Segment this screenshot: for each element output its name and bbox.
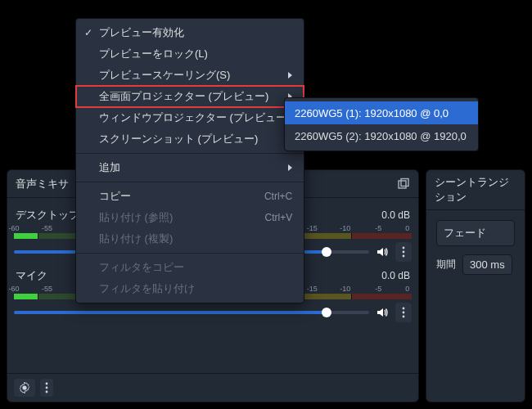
- menu-item-shortcut: Ctrl+C: [264, 191, 292, 202]
- svg-point-3: [403, 251, 405, 254]
- menu-item-label: 全画面プロジェクター (プレビュー): [99, 89, 268, 104]
- speaker-icon[interactable]: [376, 306, 389, 319]
- mixer-settings-button[interactable]: [14, 379, 35, 397]
- svg-point-8: [46, 383, 48, 385]
- audio-source-name: マイク: [16, 268, 47, 283]
- menu-item: 貼り付け (複製): [76, 228, 304, 249]
- menu-item-label: コピー: [99, 189, 245, 204]
- menu-item-label: フィルタを貼り付け: [99, 281, 292, 296]
- menu-item[interactable]: 追加: [76, 157, 304, 178]
- menu-item[interactable]: プレビュー有効化: [76, 22, 304, 43]
- fullscreen-projector-submenu: 2260WG5 (1): 1920x1080 @ 0,02260WG5 (2):…: [284, 97, 479, 151]
- scene-transitions-panel: シーントランジション フェード 期間 300 ms: [426, 169, 525, 402]
- menu-item-label: ウィンドウプロジェクター (プレビュー): [99, 110, 292, 125]
- menu-item: フィルタを貼り付け: [76, 278, 304, 299]
- menu-item-label: プレビュー有効化: [99, 25, 292, 40]
- menu-item-shortcut: Ctrl+V: [265, 212, 293, 223]
- menu-item[interactable]: 全画面プロジェクター (プレビュー): [76, 86, 304, 107]
- transition-selected-value: フェード: [444, 227, 486, 239]
- menu-item[interactable]: スクリーンショット (プレビュー): [76, 128, 304, 150]
- submenu-item-label: 2260WG5 (1): 1920x1080 @ 0,0: [295, 107, 467, 119]
- speaker-icon[interactable]: [376, 245, 389, 258]
- submenu-item[interactable]: 2260WG5 (1): 1920x1080 @ 0,0: [285, 101, 478, 124]
- menu-item: フィルタをコピー: [76, 257, 304, 278]
- volume-slider[interactable]: [14, 311, 369, 314]
- submenu-item[interactable]: 2260WG5 (2): 1920x1080 @ 1920,0: [285, 124, 478, 147]
- scene-transitions-title: シーントランジション: [435, 175, 516, 204]
- svg-point-6: [403, 312, 405, 314]
- menu-item[interactable]: コピーCtrl+C: [76, 186, 304, 207]
- menu-item-label: 貼り付け (参照): [99, 210, 246, 225]
- scene-transitions-header: シーントランジション: [426, 170, 525, 210]
- menu-separator: [76, 253, 304, 254]
- kebab-icon: [45, 382, 48, 393]
- menu-item[interactable]: プレビューをロック(L): [76, 43, 304, 65]
- transition-select[interactable]: フェード: [436, 220, 515, 246]
- menu-item-label: フィルタをコピー: [99, 260, 292, 275]
- svg-rect-0: [399, 181, 406, 188]
- menu-separator: [76, 153, 304, 154]
- menu-item-label: スクリーンショット (プレビュー): [99, 132, 292, 146]
- svg-point-10: [46, 391, 48, 393]
- svg-point-7: [403, 316, 405, 318]
- audio-source-db: 0.0 dB: [361, 270, 410, 281]
- gear-icon: [19, 382, 30, 393]
- audio-options-button[interactable]: [395, 303, 412, 322]
- chevron-right-icon: [288, 164, 292, 171]
- menu-item-label: 追加: [99, 160, 268, 175]
- submenu-item-label: 2260WG5 (2): 1920x1080 @ 1920,0: [295, 130, 467, 142]
- menu-item[interactable]: プレビュースケーリング(S): [76, 65, 304, 86]
- svg-rect-1: [401, 178, 408, 186]
- svg-point-9: [46, 387, 48, 389]
- mixer-more-button[interactable]: [40, 379, 53, 397]
- audio-source-db: 0.0 dB: [361, 209, 410, 221]
- audio-mixer-title: 音声ミキサ: [16, 177, 69, 191]
- audio-options-button[interactable]: [395, 242, 412, 262]
- popout-icon[interactable]: [397, 178, 410, 191]
- menu-item-label: プレビュースケーリング(S): [99, 68, 268, 83]
- preview-context-menu: プレビュー有効化プレビューをロック(L)プレビュースケーリング(S)全画面プロジ…: [75, 18, 304, 303]
- transition-duration-input[interactable]: 300 ms: [462, 254, 512, 275]
- svg-point-2: [403, 247, 405, 249]
- svg-point-5: [403, 308, 405, 310]
- menu-item[interactable]: ウィンドウプロジェクター (プレビュー): [76, 107, 304, 128]
- menu-item: 貼り付け (参照)Ctrl+V: [76, 207, 304, 228]
- menu-separator: [76, 182, 304, 182]
- menu-item-label: プレビューをロック(L): [99, 47, 292, 61]
- chevron-right-icon: [288, 72, 292, 79]
- menu-item-label: 貼り付け (複製): [99, 231, 292, 246]
- svg-point-4: [403, 255, 405, 258]
- transition-duration-label: 期間: [436, 258, 456, 272]
